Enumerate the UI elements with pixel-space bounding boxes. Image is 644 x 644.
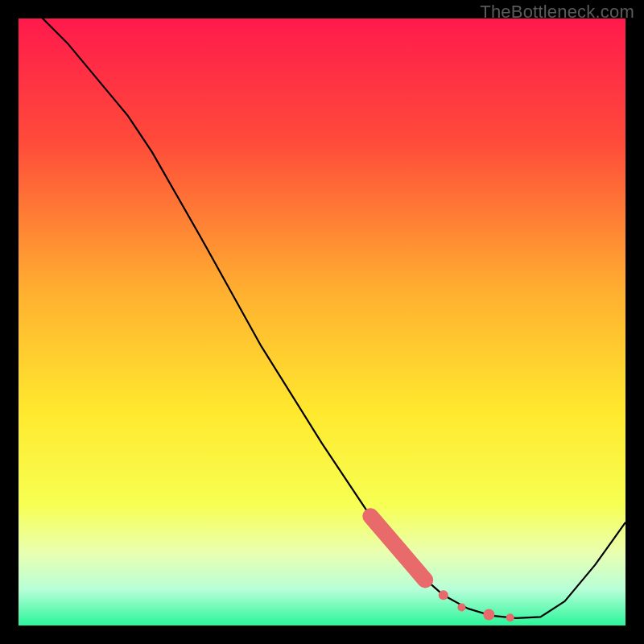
chart-svg (19, 19, 625, 625)
highlight-dot (506, 613, 514, 621)
highlight-dot (457, 603, 465, 611)
gradient-background (19, 19, 625, 625)
highlight-dot (439, 590, 448, 600)
plot-area (19, 19, 625, 625)
highlight-dot (483, 609, 494, 620)
chart-container: TheBottleneck.com (0, 0, 644, 644)
